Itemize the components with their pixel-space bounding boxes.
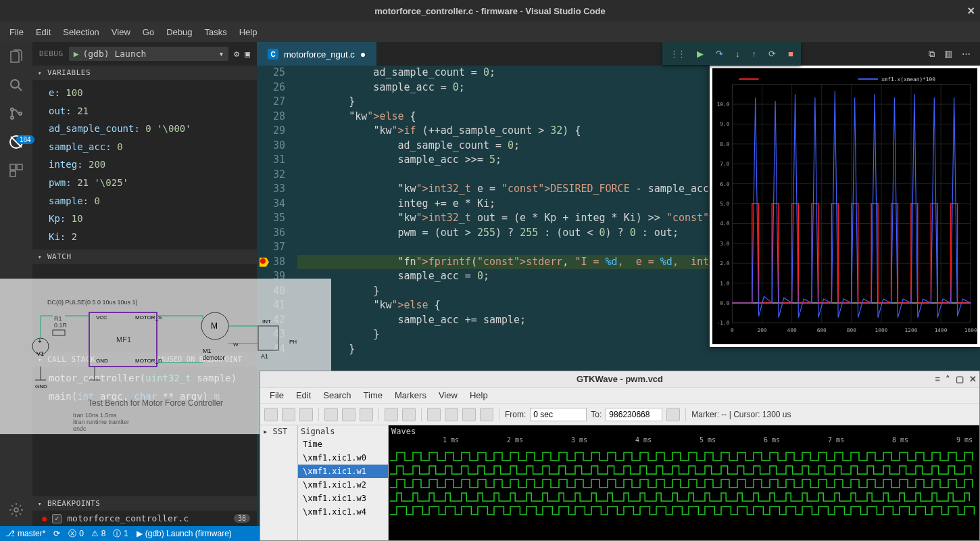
variable-row[interactable]: ad_sample_count: 0 '\000' (49, 120, 257, 138)
main-menu: File Edit Selection View Go Debug Tasks … (0, 22, 980, 42)
layout-icon[interactable]: ▥ (944, 49, 952, 60)
menu-file[interactable]: File (4, 24, 29, 40)
errors-warnings[interactable]: ⓧ 0 ⚠ 8 ⓘ 1 (68, 528, 128, 540)
stop-icon[interactable]: ■ (788, 49, 793, 59)
more-icon[interactable]: ⋯ (962, 49, 971, 60)
gtk-signal-row[interactable]: \xmf1.xic1.w0 (298, 451, 388, 465)
split-editor-icon[interactable]: ⧉ (929, 49, 935, 60)
variable-row[interactable]: e: 100 (49, 84, 257, 102)
gtk-zoomfit-icon[interactable] (324, 408, 338, 421)
step-into-icon[interactable]: ↓ (735, 49, 740, 59)
debug-toolbar[interactable]: ⋮⋮ ▶ ↷ ↓ ↑ ⟳ ■ (662, 42, 801, 65)
gtk-first-icon[interactable] (427, 408, 441, 421)
svg-text:MOTOR_D: MOTOR_D (135, 358, 162, 364)
gtk-undo-icon[interactable] (385, 408, 398, 421)
gtk-from-input[interactable] (530, 408, 587, 421)
gtk-sst-panel[interactable]: ▸ SST (260, 425, 298, 540)
drag-handle-icon[interactable]: ⋮⋮ (670, 49, 685, 59)
gtk-paste-icon[interactable] (299, 408, 313, 421)
gtk-next-icon[interactable] (462, 408, 476, 421)
breakpoint-file: motorforce_controller.c (67, 513, 189, 523)
explorer-icon[interactable] (7, 47, 26, 66)
git-branch[interactable]: ⎇ master* (5, 529, 45, 538)
debug-header: DEBUG ▶ (gdb) Launch ▾ ⚙ ▣ (32, 42, 257, 66)
gtk-zoomin-icon[interactable] (342, 408, 356, 421)
gtk-menu-help[interactable]: Help (464, 389, 493, 402)
menu-view[interactable]: View (106, 24, 136, 40)
gtk-signal-row[interactable]: Time (298, 438, 388, 451)
gtk-menu-view[interactable]: View (433, 389, 463, 402)
step-over-icon[interactable]: ↷ (716, 49, 723, 59)
breakpoint-checkbox[interactable]: ✓ (52, 514, 62, 523)
svg-point-0 (11, 80, 19, 88)
step-out-icon[interactable]: ↑ (752, 49, 757, 59)
menu-tasks[interactable]: Tasks (199, 24, 232, 40)
variable-row[interactable]: pwm: 21 '\025' (49, 174, 257, 192)
gtk-signal-row[interactable]: \xmf1.xic1.w4 (298, 505, 388, 519)
svg-point-8 (14, 508, 18, 512)
menu-edit[interactable]: Edit (30, 24, 56, 40)
gtk-cut-icon[interactable] (264, 408, 278, 421)
menu-help[interactable]: Help (234, 24, 263, 40)
watch-header[interactable]: WATCH (32, 250, 257, 264)
variables-header[interactable]: VARIABLES (32, 66, 257, 80)
gtkwave-max-icon[interactable]: ▢ (956, 374, 964, 384)
gtk-menu-search[interactable]: Search (318, 389, 356, 402)
restart-icon[interactable]: ⟳ (768, 49, 776, 59)
continue-icon[interactable]: ▶ (697, 49, 704, 59)
source-control-icon[interactable] (7, 104, 26, 123)
gtkwave-title: GTKWave - pwm.vcd (577, 374, 663, 384)
variable-row[interactable]: Ki: 2 (49, 228, 257, 246)
breakpoints-header[interactable]: BREAKPOINTS (32, 496, 257, 511)
breakpoint-row[interactable]: ● ✓ motorforce_controller.c 38 (32, 511, 257, 526)
gtkwave-up-icon[interactable]: ˄ (946, 374, 950, 384)
variable-row[interactable]: integ: 200 (49, 156, 257, 174)
gtk-zoomout-icon[interactable] (360, 408, 373, 421)
svg-rect-6 (17, 164, 22, 170)
gtk-redo-icon[interactable] (402, 408, 416, 421)
debug-launch-status[interactable]: ▶ (gdb) Launch (firmware) (137, 529, 232, 538)
extensions-icon[interactable] (7, 161, 26, 180)
svg-text:dcmotor: dcmotor (203, 354, 225, 361)
gtk-menu-edit[interactable]: Edit (291, 389, 316, 402)
gtk-signal-row[interactable]: \xmf1.xic1.w1 (298, 465, 388, 478)
menu-selection[interactable]: Selection (57, 24, 104, 40)
settings-gear-icon[interactable] (7, 500, 26, 519)
variable-row[interactable]: Kp: 10 (49, 210, 257, 228)
gtk-menu-file[interactable]: File (264, 389, 289, 402)
gtk-last-icon[interactable] (480, 408, 493, 421)
gtk-signal-row[interactable]: \xmf1.xic1.w2 (298, 478, 388, 492)
gtkwave-titlebar[interactable]: GTKWave - pwm.vcd ≡ ˄ ▢ ✕ (260, 371, 979, 387)
svg-text:2.0: 2.0 (720, 260, 729, 266)
svg-text:M: M (211, 321, 218, 331)
svg-text:10.0: 10.0 (717, 101, 730, 108)
gtkwave-window[interactable]: GTKWave - pwm.vcd ≡ ˄ ▢ ✕ File Edit Sear… (260, 371, 980, 541)
variable-row[interactable]: sample: 0 (49, 192, 257, 210)
variable-row[interactable]: out: 21 (49, 102, 257, 120)
search-icon[interactable] (7, 76, 26, 95)
svg-text:0: 0 (731, 327, 734, 333)
debug-gear-icon[interactable]: ⚙ (234, 49, 239, 59)
sync-icon[interactable]: ⟳ (53, 529, 60, 538)
debug-config-select[interactable]: ▶ (gdb) Launch ▾ (69, 47, 229, 61)
gtk-prev-icon[interactable] (445, 408, 458, 421)
plot-overlay[interactable]: xmf1.x(xmean)*100 0.0-1.0 1.02.03.04.05.… (710, 66, 980, 347)
editor-tab[interactable]: C motorforce_ngut.c ● (257, 42, 376, 66)
gtk-menu-markers[interactable]: Markers (389, 389, 432, 402)
menu-go[interactable]: Go (137, 24, 160, 40)
menu-debug[interactable]: Debug (161, 24, 197, 40)
variable-row[interactable]: sample_acc: 0 (49, 138, 257, 156)
gtk-to-input[interactable] (606, 408, 662, 421)
gtkwave-close-icon[interactable]: ✕ (969, 374, 977, 384)
debug-config-name: (gdb) Launch (82, 49, 146, 59)
svg-text:600: 600 (817, 327, 827, 333)
gtk-waves-panel[interactable]: Waves 1 ms2 ms3 ms4 ms5 ms6 ms7 ms8 ms9 … (389, 425, 979, 540)
debug-console-icon[interactable]: ▣ (245, 49, 250, 59)
gtkwave-menu-icon[interactable]: ≡ (935, 374, 940, 384)
gtk-signal-row[interactable]: \xmf1.xic1.w3 (298, 492, 388, 505)
gtk-copy-icon[interactable] (282, 408, 295, 421)
svg-rect-73 (258, 326, 278, 350)
window-close-icon[interactable]: × (967, 4, 975, 18)
gtk-menu-time[interactable]: Time (358, 389, 388, 402)
gtk-reload-icon[interactable] (666, 408, 680, 421)
